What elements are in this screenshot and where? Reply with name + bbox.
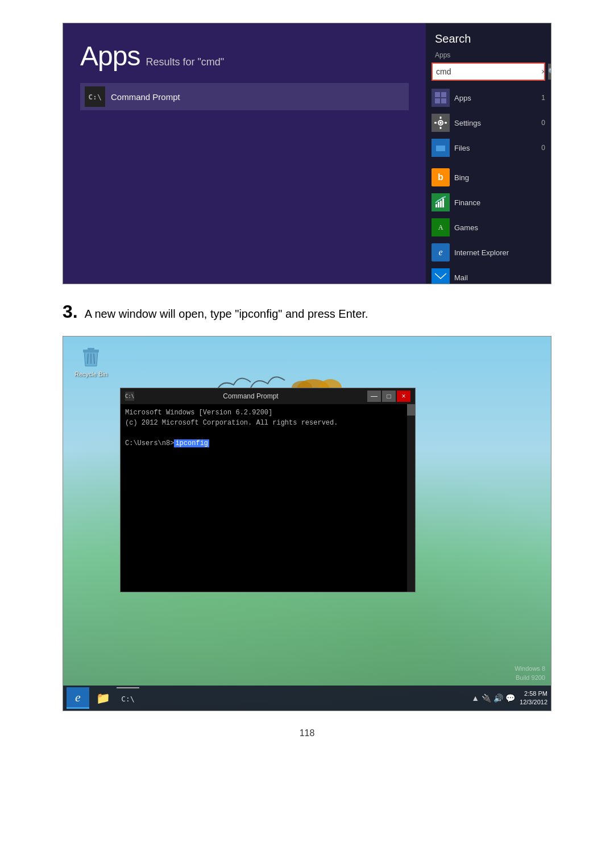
cmd-result-label: Command Prompt: [111, 92, 180, 102]
search-clear-icon[interactable]: ×: [539, 67, 548, 76]
taskbar-folder-btn[interactable]: 📁: [92, 687, 114, 709]
step-3-instruction: 3. A new window will open, type "ipconfi…: [63, 301, 551, 322]
cmd-version-line: Microsoft Windows [Version 6.2.9200]: [125, 409, 272, 417]
cmd-scrollbar[interactable]: [407, 404, 415, 592]
folder-taskbar-icon: 📁: [96, 691, 110, 705]
svg-rect-8: [434, 122, 437, 124]
svg-rect-11: [438, 202, 439, 207]
tray-date: 12/3/2012: [520, 698, 547, 707]
bing-filter-label: Bing: [454, 173, 533, 182]
step-text: A new window will open, type "ipconfig" …: [85, 308, 368, 321]
apps-filter-count: 1: [537, 94, 545, 102]
ie-taskbar-icon: e: [75, 690, 81, 705]
page-number: 118: [300, 728, 315, 738]
search-header: Search: [426, 23, 551, 50]
games-filter-icon: A: [432, 218, 450, 236]
search-box[interactable]: × 🔍: [432, 63, 545, 81]
search-icon: 🔍: [548, 68, 551, 76]
cmd-line-2: (c) 2012 Microsoft Corporation. All righ…: [125, 418, 410, 428]
cmd-title-text: Command Prompt: [138, 392, 364, 400]
settings-filter-count: 0: [537, 119, 545, 127]
svg-rect-26: [88, 348, 94, 350]
settings-filter-icon: [432, 114, 450, 132]
system-tray: ▲ 🔌 🔊 💬 2:58 PM 12/3/2012: [471, 690, 547, 707]
search-button[interactable]: 🔍: [548, 64, 551, 80]
files-filter-count: 0: [537, 144, 545, 152]
tray-icons: ▲ 🔌 🔊 💬: [471, 693, 515, 703]
svg-point-5: [439, 122, 442, 124]
step-number: 3.: [63, 301, 78, 322]
files-filter-label: Files: [454, 144, 533, 152]
filter-item-games[interactable]: A Games: [426, 215, 551, 240]
cmd-titlebar: C:\ Command Prompt — □ ×: [121, 388, 415, 404]
svg-rect-7: [440, 127, 442, 129]
finance-filter-icon: [432, 193, 450, 211]
cmd-prompt-text: C:\Users\n8>: [125, 439, 174, 447]
search-category-label: Apps: [426, 50, 551, 63]
cmd-copyright-line: (c) 2012 Microsoft Corporation. All righ…: [125, 419, 338, 427]
svg-rect-2: [435, 98, 440, 103]
win8-left-panel: Apps Results for "cmd" C:\ Command Promp…: [63, 23, 426, 284]
svg-line-27: [88, 354, 88, 364]
files-filter-icon: [432, 139, 450, 157]
taskbar-ie-btn[interactable]: e: [67, 687, 89, 709]
tray-up-arrow: ▲: [471, 693, 479, 703]
tray-network-icon: 🔌: [482, 693, 491, 703]
svg-rect-9: [445, 122, 447, 124]
recycle-bin-icon[interactable]: Recycle Bin: [74, 346, 107, 377]
svg-rect-13: [442, 198, 444, 207]
svg-rect-6: [440, 117, 442, 119]
finance-filter-label: Finance: [454, 198, 533, 207]
ie-filter-label: Internet Explorer: [454, 248, 533, 257]
svg-rect-12: [440, 201, 442, 207]
svg-rect-0: [435, 92, 440, 97]
svg-line-29: [94, 354, 94, 364]
cmd-close-btn[interactable]: ×: [397, 391, 410, 402]
tray-time: 2:58 PM: [520, 690, 547, 698]
mail-filter-label: Mail: [454, 273, 533, 282]
win8-right-panel: Search Apps × 🔍 Apps 1 Sett: [426, 23, 551, 284]
cmd-title-icon: C:\: [125, 392, 134, 401]
mail-filter-icon: [432, 268, 450, 284]
cmd-line-1: Microsoft Windows [Version 6.2.9200]: [125, 408, 410, 418]
filter-item-ie[interactable]: e Internet Explorer: [426, 240, 551, 265]
cmd-result-item[interactable]: C:\ Command Prompt: [80, 83, 409, 110]
cmd-scrollbar-thumb[interactable]: [407, 404, 415, 416]
filter-item-apps[interactable]: Apps 1: [426, 85, 551, 110]
cmd-window: C:\ Command Prompt — □ × Microsoft Windo…: [120, 388, 416, 592]
settings-filter-label: Settings: [454, 119, 533, 127]
cmd-input-line: C:\Users\n8>ipconfig: [125, 438, 410, 448]
svg-text:A: A: [438, 223, 443, 231]
tray-clock: 2:58 PM 12/3/2012: [520, 690, 547, 707]
cmd-window-controls: — □ ×: [367, 391, 410, 402]
svg-rect-3: [441, 98, 446, 103]
apps-filter-icon: [432, 89, 450, 107]
svg-rect-1: [441, 92, 446, 97]
apps-title-area: Apps Results for "cmd": [80, 40, 409, 72]
apps-filter-label: Apps: [454, 94, 533, 102]
apps-big-label: Apps: [80, 40, 140, 72]
screenshot-1: Apps Results for "cmd" C:\ Command Promp…: [63, 23, 551, 284]
filter-item-settings[interactable]: Settings 0: [426, 110, 551, 135]
cmd-taskbar-icon: C:\: [121, 695, 134, 703]
tray-sound-icon: 🔊: [493, 693, 503, 703]
cmd-minimize-btn[interactable]: —: [367, 391, 381, 402]
games-filter-label: Games: [454, 223, 533, 232]
filter-item-bing[interactable]: b Bing: [426, 165, 551, 190]
screenshot-2: Recycle Bin C:\ Command Prompt — □ × Mic…: [63, 336, 551, 711]
cmd-restore-btn[interactable]: □: [382, 391, 396, 402]
search-input[interactable]: [433, 67, 539, 76]
tray-notify-icon: 💬: [505, 693, 515, 703]
filter-item-mail[interactable]: Mail: [426, 265, 551, 284]
watermark-line1: Windows 8: [515, 665, 545, 673]
svg-rect-10: [435, 204, 437, 207]
filter-item-finance[interactable]: Finance: [426, 190, 551, 215]
cmd-typed-text: ipconfig: [174, 439, 209, 447]
windows-watermark: Windows 8 Build 9200: [515, 665, 545, 682]
bing-filter-icon: b: [432, 168, 450, 186]
filter-item-files[interactable]: Files 0: [426, 135, 551, 160]
taskbar: e 📁 C:\ ▲ 🔌 🔊 💬 2:58 PM 12/3/2012: [63, 686, 551, 711]
cmd-body: Microsoft Windows [Version 6.2.9200] (c)…: [121, 404, 415, 592]
ie-filter-icon: e: [432, 243, 450, 261]
taskbar-cmd-btn[interactable]: C:\: [117, 687, 139, 709]
